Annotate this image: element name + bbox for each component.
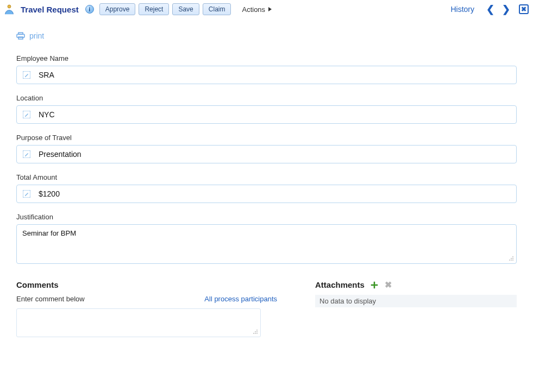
total-amount-input[interactable] [39, 185, 516, 203]
edit-icon[interactable] [22, 110, 31, 119]
form-content: print Employee Name Location Purpose of … [0, 18, 533, 348]
save-button[interactable]: Save [172, 3, 199, 15]
svg-point-17 [253, 333, 254, 334]
comments-meta: Enter comment below All process particip… [16, 295, 277, 303]
field-purpose: Purpose of Travel [16, 134, 517, 163]
field-location: Location [16, 94, 517, 124]
input-wrap [16, 185, 517, 203]
employee-name-input[interactable] [39, 66, 516, 84]
field-label: Employee Name [16, 54, 517, 62]
actions-label: Actions [242, 5, 265, 14]
comments-section: Comments Enter comment below All process… [16, 280, 277, 337]
dropdown-arrow-icon [268, 7, 272, 11]
history-link[interactable]: History [450, 5, 474, 14]
input-wrap [16, 66, 517, 84]
comment-box [16, 308, 261, 337]
svg-point-13 [512, 260, 513, 261]
print-link[interactable]: print [16, 31, 44, 40]
prev-task-button[interactable]: ❮ [484, 3, 497, 15]
print-label: print [29, 31, 44, 40]
field-employee-name: Employee Name [16, 54, 517, 84]
edit-icon[interactable] [22, 71, 31, 79]
resize-grip-icon[interactable] [509, 256, 514, 261]
svg-point-9 [511, 258, 512, 259]
next-task-button[interactable]: ❯ [500, 3, 512, 15]
field-label: Justification [16, 213, 517, 221]
purpose-input[interactable] [39, 146, 516, 163]
approve-button[interactable]: Approve [99, 3, 136, 15]
task-toolbar: Travel Request i Approve Reject Save Cla… [0, 0, 533, 18]
field-total-amount: Total Amount [16, 173, 517, 203]
attachments-heading-label: Attachments [315, 280, 365, 289]
field-label: Purpose of Travel [16, 134, 517, 142]
attachments-section: Attachments ✖ No data to display [315, 280, 517, 337]
svg-rect-3 [18, 37, 23, 39]
svg-point-8 [512, 256, 513, 257]
svg-point-15 [255, 331, 256, 332]
claim-button[interactable]: Claim [203, 3, 231, 15]
close-button[interactable]: ✖ [519, 4, 529, 14]
textarea-wrap [16, 224, 517, 264]
input-wrap [16, 145, 517, 163]
svg-point-18 [255, 333, 256, 334]
field-label: Location [16, 94, 517, 102]
assignee-icon [3, 3, 15, 15]
svg-point-12 [511, 260, 512, 261]
attachments-empty: No data to display [315, 295, 517, 307]
svg-point-14 [256, 330, 258, 331]
add-attachment-button[interactable] [370, 281, 379, 289]
comment-textarea[interactable] [19, 311, 258, 333]
justification-textarea[interactable] [21, 228, 513, 258]
comments-heading: Comments [16, 280, 277, 289]
input-wrap [16, 105, 517, 124]
field-justification: Justification [16, 213, 517, 264]
location-input[interactable] [39, 106, 516, 123]
edit-icon[interactable] [22, 150, 31, 159]
comment-hint: Enter comment below [16, 295, 85, 303]
field-label: Total Amount [16, 173, 517, 181]
actions-dropdown[interactable]: Actions [242, 5, 272, 14]
remove-attachment-button[interactable]: ✖ [384, 281, 393, 289]
lower-columns: Comments Enter comment below All process… [16, 280, 517, 337]
svg-point-0 [8, 5, 11, 8]
svg-point-10 [512, 258, 513, 259]
participants-link[interactable]: All process participants [204, 295, 277, 303]
svg-point-11 [509, 260, 510, 261]
edit-icon[interactable] [22, 189, 31, 198]
printer-icon [16, 32, 25, 40]
svg-point-19 [256, 333, 258, 334]
svg-point-16 [256, 331, 258, 332]
reject-button[interactable]: Reject [139, 3, 169, 15]
resize-grip-icon[interactable] [253, 329, 258, 334]
attachments-heading: Attachments ✖ [315, 280, 517, 289]
svg-rect-2 [18, 33, 23, 34]
page-title: Travel Request [21, 5, 79, 14]
info-icon[interactable]: i [85, 5, 94, 14]
